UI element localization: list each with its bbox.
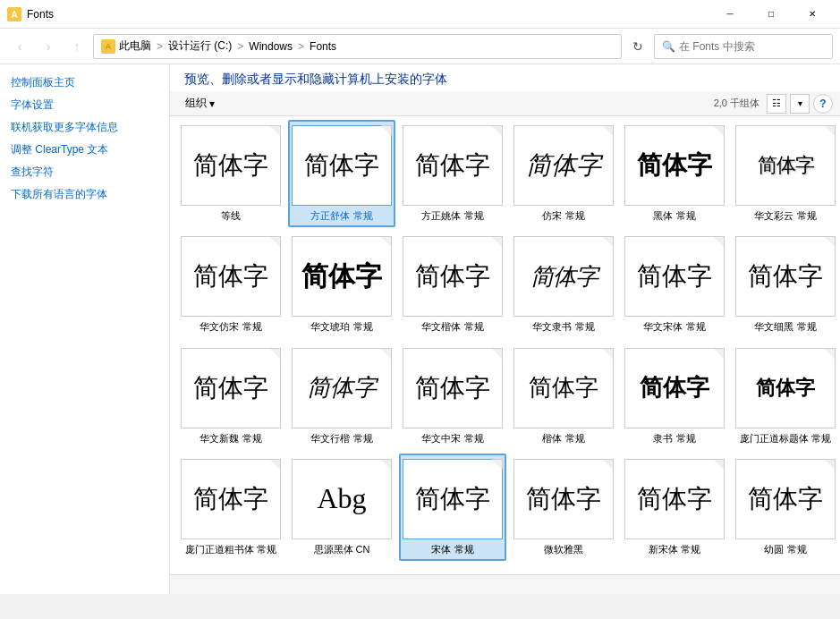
font-preview-songti: 简体字 (403, 459, 503, 539)
breadcrumb-windows: Windows (249, 40, 293, 53)
font-preview-fangsong: 简体字 (513, 125, 614, 206)
font-item-kaiti[interactable]: 简体字 楷体 常规 (510, 343, 617, 450)
font-item-siyuan-heiti[interactable]: Abg 思源黑体 CN (288, 454, 395, 561)
minimize-button[interactable]: ─ (709, 0, 751, 29)
status-bar (170, 574, 840, 594)
app-icon: A (7, 7, 21, 21)
font-item-hua-fangsong[interactable]: 简体字 华文仿宋 常规 (177, 231, 284, 338)
font-name-hua-wenti: 华文楷体 常规 (421, 320, 483, 333)
font-item-longmen-biaozhun[interactable]: 简体字 庞门正道标题体 常规 (732, 343, 839, 450)
font-preview-hua-lishu: 简体字 (292, 236, 392, 317)
font-grid: 简体字 等线 简体字 方正舒体 常规 简体字 方正姚体 常规 简体字 (170, 116, 840, 574)
font-preview-xin-songti: 简体字 (624, 459, 725, 539)
breadcrumb-drive: 设计运行 (C:) (168, 38, 232, 54)
font-name-lishu: 隶书 常规 (653, 432, 695, 445)
font-item-dengling[interactable]: 简体字 等线 (177, 120, 284, 227)
font-preview-hua-xihei: 简体字 (735, 236, 836, 317)
font-preview-fangzheng-shuti: 简体字 (292, 125, 392, 206)
page-header: 预览、删除或者显示和隐藏计算机上安装的字体 (170, 64, 840, 91)
font-preview-hua-fangsong: 简体字 (181, 236, 281, 317)
font-name-hua-songti: 华文宋体 常规 (643, 320, 705, 333)
search-input[interactable] (679, 40, 825, 53)
refresh-button[interactable]: ↻ (625, 34, 650, 59)
font-name-fangsong: 仿宋 常规 (542, 209, 584, 222)
font-item-hua-songti[interactable]: 简体字 华文宋体 常规 (621, 231, 728, 338)
font-preview-kaiti: 简体字 (513, 348, 614, 428)
font-item-hua-lishu2[interactable]: 简体字 华文隶书 常规 (510, 231, 617, 338)
font-item-hua-xincai[interactable]: 简体字 华文新魏 常规 (177, 343, 284, 450)
font-preview-longmen-biaozhun: 简体字 (735, 348, 836, 428)
up-button[interactable]: ↑ (64, 34, 89, 59)
font-item-heiti[interactable]: 简体字 黑体 常规 (621, 120, 728, 227)
title-text: Fonts (27, 8, 54, 21)
back-button[interactable]: ‹ (7, 34, 32, 59)
toolbar: 组织 ▾ 2,0 千组体 ☷ ▾ ? (170, 91, 840, 116)
font-item-hua-xinghao[interactable]: 简体字 华文行楷 常规 (288, 343, 395, 450)
content-area: 预览、删除或者显示和隐藏计算机上安装的字体 组织 ▾ 2,0 千组体 ☷ ▾ ?… (170, 64, 840, 594)
font-item-hua-xihei[interactable]: 简体字 华文细黑 常规 (732, 231, 839, 338)
font-name-hua-caiyun: 华文彩云 常规 (754, 209, 816, 222)
font-preview-hua-caiyun: 简体字 (735, 125, 836, 206)
font-preview-hua-songti: 简体字 (624, 236, 725, 317)
font-preview-hua-xincai: 简体字 (181, 348, 281, 428)
font-name-heiti: 黑体 常规 (653, 209, 695, 222)
font-name-hua-zhongsong: 华文中宋 常规 (421, 432, 483, 445)
font-name-hua-xihei: 华文细黑 常规 (754, 320, 816, 333)
font-preview-hua-xinghao: 简体字 (292, 348, 392, 428)
title-bar: A Fonts ─ □ ✕ (0, 0, 840, 29)
font-item-xin-songti[interactable]: 简体字 新宋体 常规 (621, 454, 728, 561)
organize-button[interactable]: 组织 ▾ (177, 94, 223, 114)
font-item-hua-wenti[interactable]: 简体字 华文楷体 常规 (399, 231, 506, 338)
search-icon: 🔍 (662, 40, 675, 53)
font-item-fangzheng-yaoti[interactable]: 简体字 方正姚体 常规 (399, 120, 506, 227)
font-item-songti[interactable]: 简体字 宋体 常规 (399, 454, 506, 561)
title-controls: ─ □ ✕ (709, 0, 833, 29)
font-preview-you-yuan: 简体字 (735, 459, 836, 539)
font-preview-hua-zhongsong: 简体字 (403, 348, 503, 428)
search-bar[interactable]: 🔍 (654, 34, 833, 59)
breadcrumb-thispc: 此电脑 (119, 38, 151, 54)
view-toggle-button[interactable]: ☷ (767, 94, 786, 114)
font-preview-lishu: 简体字 (624, 348, 725, 428)
help-button[interactable]: ? (813, 94, 833, 114)
font-item-microsoft-yahei[interactable]: 简体字 微软雅黑 (510, 454, 617, 561)
font-item-longmen-cuzhi[interactable]: 简体字 庞门正道粗书体 常规 (177, 454, 284, 561)
font-name-hua-xincai: 华文新魏 常规 (199, 432, 261, 445)
sidebar-find-char[interactable]: 查找字符 (0, 161, 169, 183)
font-count: 2,0 千组体 (714, 97, 759, 110)
font-item-fangzheng-shuti[interactable]: 简体字 方正舒体 常规 (288, 120, 395, 227)
sidebar-control-panel[interactable]: 控制面板主页 (0, 72, 169, 94)
close-button[interactable]: ✕ (792, 0, 833, 29)
font-name-hua-lishu2: 华文隶书 常规 (532, 320, 594, 333)
maximize-button[interactable]: □ (751, 0, 792, 29)
sidebar-download-fonts[interactable]: 下载所有语言的字体 (0, 183, 169, 206)
font-item-you-yuan[interactable]: 简体字 幼圆 常规 (732, 454, 839, 561)
font-preview-siyuan-heiti: Abg (292, 459, 392, 539)
font-item-hua-lishu[interactable]: 简体字 华文琥珀 常规 (288, 231, 395, 338)
font-name-longmen-biaozhun: 庞门正道标题体 常规 (740, 432, 831, 445)
address-bar[interactable]: A 此电脑 > 设计运行 (C:) > Windows > Fonts (93, 34, 622, 59)
sidebar-font-settings[interactable]: 字体设置 (0, 94, 169, 116)
font-name-songti: 宋体 常规 (431, 543, 473, 555)
font-preview-longmen-cuzhi: 简体字 (181, 459, 281, 539)
font-item-fangsong[interactable]: 简体字 仿宋 常规 (510, 120, 617, 227)
font-name-microsoft-yahei: 微软雅黑 (544, 543, 583, 555)
font-item-hua-zhongsong[interactable]: 简体字 华文中宋 常规 (399, 343, 506, 450)
sidebar-get-more-fonts[interactable]: 联机获取更多字体信息 (0, 116, 169, 139)
font-name-hua-lishu: 华文琥珀 常规 (310, 320, 372, 333)
sidebar-cleartype[interactable]: 调整 ClearType 文本 (0, 139, 169, 161)
font-item-hua-caiyun[interactable]: 简体字 华文彩云 常规 (732, 120, 839, 227)
view-dropdown-button[interactable]: ▾ (790, 94, 810, 114)
font-name-siyuan-heiti: 思源黑体 CN (314, 543, 370, 555)
font-name-hua-fangsong: 华文仿宋 常规 (199, 320, 261, 333)
folder-icon: A (101, 39, 115, 54)
font-name-xin-songti: 新宋体 常规 (649, 543, 700, 555)
forward-button[interactable]: › (36, 34, 61, 59)
main-layout: 控制面板主页 字体设置 联机获取更多字体信息 调整 ClearType 文本 查… (0, 64, 840, 594)
font-item-lishu[interactable]: 简体字 隶书 常规 (621, 343, 728, 450)
font-name-you-yuan: 幼圆 常规 (764, 543, 806, 555)
font-name-hua-xinghao: 华文行楷 常规 (310, 432, 372, 445)
font-preview-fangzheng-yaoti: 简体字 (403, 125, 503, 206)
font-name-dengling: 等线 (221, 209, 241, 222)
sidebar: 控制面板主页 字体设置 联机获取更多字体信息 调整 ClearType 文本 查… (0, 64, 170, 594)
